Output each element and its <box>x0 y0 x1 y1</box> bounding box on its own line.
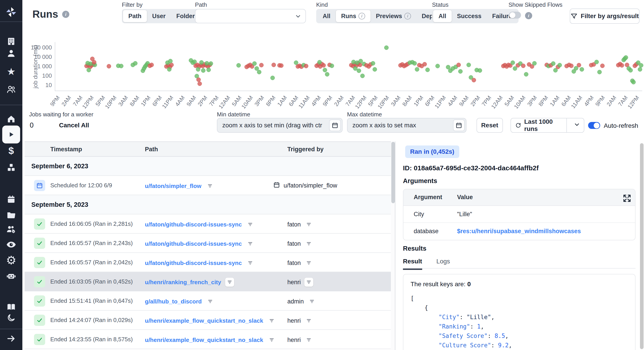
job-dot-success[interactable] <box>325 72 330 77</box>
job-dot-success[interactable] <box>270 76 275 80</box>
dollar-icon[interactable]: $ <box>0 144 22 158</box>
calendar-icon[interactable] <box>0 192 22 207</box>
argument-value-link[interactable]: $res:u/henri/supabase_windmillshowcases <box>457 228 581 235</box>
job-dot-success[interactable] <box>510 61 515 65</box>
job-dot-success[interactable] <box>631 80 636 84</box>
job-dot-failure[interactable] <box>198 82 202 86</box>
filter-by-path-icon[interactable] <box>206 181 214 190</box>
job-dot-success[interactable] <box>204 61 209 66</box>
job-dot-failure[interactable] <box>321 63 326 68</box>
panel-scrollbar[interactable] <box>640 143 644 349</box>
job-dot-success[interactable] <box>532 61 537 66</box>
arrow-right-icon[interactable] <box>0 331 22 346</box>
table-row[interactable]: Ended 14:24:07 (Ran in 0,029s)u/henri/ex… <box>24 311 391 330</box>
filter-by-path-icon[interactable] <box>206 297 215 306</box>
segment-option-previews[interactable]: Previewsi <box>370 10 416 22</box>
filter-by-user-icon[interactable] <box>304 239 313 248</box>
job-dot-success[interactable] <box>257 70 262 74</box>
info-icon[interactable]: i <box>358 13 365 20</box>
reset-button[interactable]: Reset <box>476 118 503 133</box>
job-dot-failure[interactable] <box>521 64 526 68</box>
job-dot-success[interactable] <box>86 61 90 65</box>
filter-by-user-icon[interactable] <box>308 297 316 306</box>
table-row[interactable]: Ended 16:06:05 (Ran in 2,281s)u/faton/gi… <box>24 214 391 234</box>
windmill-logo[interactable] <box>0 5 22 19</box>
job-dot-success[interactable] <box>371 61 375 66</box>
table-row[interactable]: Ended 16:05:57 (Ran in 2,042s)u/faton/gi… <box>24 253 391 272</box>
job-dot-failure[interactable] <box>92 60 96 65</box>
last-runs-dropdown-button[interactable] <box>570 121 584 130</box>
job-dot-success[interactable] <box>196 67 200 72</box>
job-dot-success[interactable] <box>167 67 172 72</box>
filter-by-user-icon[interactable] <box>304 258 313 267</box>
last-runs-button[interactable]: Last 1000 runs <box>511 118 563 133</box>
table-row[interactable]: Ended 15:51:41 (Ran in 0,647s)g/all/hub_… <box>24 291 391 311</box>
job-dot-failure[interactable] <box>272 63 276 67</box>
min-datetime-calendar-button[interactable] <box>329 120 341 131</box>
path-select[interactable] <box>195 9 306 23</box>
filter-by-path-icon[interactable] <box>246 258 255 267</box>
max-datetime-input[interactable] <box>348 118 466 132</box>
segment-option-runs[interactable]: Runsi <box>336 10 371 22</box>
job-dot-success[interactable] <box>206 68 211 72</box>
max-datetime-calendar-button[interactable] <box>453 120 465 131</box>
tab-logs[interactable]: Logs <box>436 258 450 268</box>
home-icon[interactable] <box>0 112 22 126</box>
job-dot-success[interactable] <box>597 70 602 74</box>
job-dot-success[interactable] <box>252 61 257 66</box>
job-dot-failure[interactable] <box>149 63 154 67</box>
job-dot-success[interactable] <box>624 55 628 60</box>
job-dot-success[interactable] <box>558 63 562 67</box>
job-dot-success[interactable] <box>458 69 463 74</box>
job-dot-success[interactable] <box>357 69 361 73</box>
job-dot-success[interactable] <box>372 67 377 72</box>
show-skipped-info-icon[interactable]: i <box>525 12 532 19</box>
job-dot-success[interactable] <box>360 74 365 78</box>
run-path-link[interactable]: u/faton/github-discord-issues-sync <box>145 240 242 247</box>
job-dot-success[interactable] <box>639 63 643 68</box>
segment-option-path[interactable]: Path <box>123 10 147 22</box>
job-dot-success[interactable] <box>415 67 419 72</box>
run-path-link[interactable]: u/henri/example_flow_quickstart_no_slack <box>145 336 263 343</box>
job-dot-failure[interactable] <box>569 64 574 68</box>
job-dot-success[interactable] <box>466 63 471 67</box>
job-dot-success[interactable] <box>323 68 327 72</box>
cubes-icon[interactable] <box>0 160 22 175</box>
table-row[interactable]: Ended 16:03:05 (Ran in 0,452s)u/henri/ra… <box>24 272 391 291</box>
segment-option-all[interactable]: All <box>433 10 452 22</box>
job-dot-success[interactable] <box>201 68 206 73</box>
job-dot-success[interactable] <box>199 60 204 65</box>
job-dot-success[interactable] <box>412 61 417 66</box>
gear-icon[interactable]: ⚙ <box>0 253 22 267</box>
job-dot-success[interactable] <box>236 63 241 68</box>
eye-icon[interactable] <box>0 237 22 252</box>
workers-icon[interactable] <box>0 222 22 236</box>
job-dot-success[interactable] <box>435 64 440 68</box>
star-icon[interactable]: ★ <box>0 65 22 79</box>
table-row[interactable]: Ended 16:05:57 (Ran in 2,243s)u/faton/gi… <box>24 234 391 253</box>
run-path-link[interactable]: u/henri/example_flow_quickstart_no_slack <box>145 317 263 324</box>
moon-icon[interactable] <box>0 311 22 325</box>
job-dot-success[interactable] <box>628 68 633 73</box>
job-dot-success[interactable] <box>594 60 599 64</box>
job-dot-failure[interactable] <box>472 78 476 82</box>
job-dot-failure[interactable] <box>107 64 111 69</box>
table-scrollbar[interactable] <box>391 141 395 350</box>
filter-by-path-icon[interactable] <box>246 220 255 229</box>
segment-option-all[interactable]: All <box>317 10 336 22</box>
auto-refresh-toggle[interactable] <box>588 122 600 129</box>
filter-by-path-icon[interactable] <box>267 316 276 325</box>
folder-icon[interactable] <box>0 207 22 222</box>
job-dot-success[interactable] <box>524 72 528 77</box>
job-dot-success[interactable] <box>168 59 173 63</box>
run-path-link[interactable]: u/faton/github-discord-issues-sync <box>145 221 242 228</box>
job-dot-success[interactable] <box>551 61 556 66</box>
person-icon[interactable] <box>0 46 22 61</box>
filter-args-result-button[interactable]: Filter by args/result <box>570 9 640 24</box>
run-path-link[interactable]: u/faton/github-discord-issues-sync <box>145 260 242 266</box>
segment-option-success[interactable]: Success <box>452 10 487 22</box>
job-dot-failure[interactable] <box>259 63 264 67</box>
info-icon[interactable]: i <box>404 13 411 20</box>
filter-by-user-icon[interactable] <box>304 220 313 229</box>
filter-by-user-icon[interactable] <box>304 316 313 325</box>
